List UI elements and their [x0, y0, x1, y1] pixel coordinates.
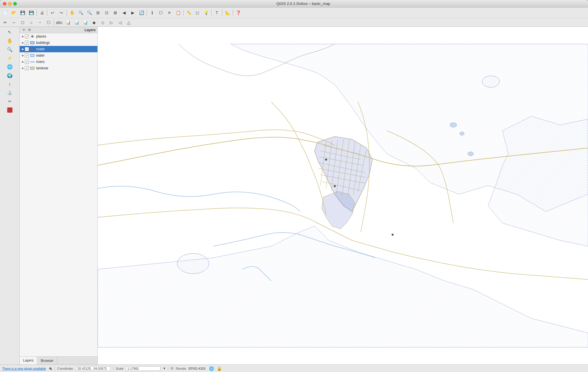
- layer-item-roads[interactable]: ▶ ✓ roads: [20, 46, 97, 52]
- tb-select-rect[interactable]: ☐: [157, 9, 165, 17]
- epsg-icon[interactable]: 🌐: [209, 366, 214, 371]
- tb-zoom-out[interactable]: 🔍: [85, 9, 93, 17]
- tb2-symbol[interactable]: ◆: [90, 18, 98, 27]
- svg-point-31: [392, 234, 393, 236]
- sep9: [54, 19, 54, 26]
- tb-zoom-prev[interactable]: ◀: [120, 9, 128, 17]
- scale-value[interactable]: 1:17882: [126, 366, 160, 371]
- tb-measure-area[interactable]: ◻: [193, 9, 201, 17]
- render-checkbox[interactable]: ☑: [171, 367, 173, 370]
- layer-checkbox-roads[interactable]: ✓: [25, 47, 29, 51]
- sep3: [66, 10, 67, 16]
- close-button[interactable]: [3, 2, 6, 5]
- tb2-sym2[interactable]: ◇: [99, 18, 107, 27]
- tb-zoom-select[interactable]: ⊡: [103, 9, 111, 17]
- tb-identify[interactable]: ℹ: [148, 9, 156, 17]
- ltb-globe[interactable]: 🌐: [5, 63, 14, 71]
- tb2-label[interactable]: abc: [55, 18, 63, 27]
- tb2-freehand[interactable]: ~: [36, 18, 44, 27]
- tb2-line[interactable]: ─: [10, 18, 18, 27]
- toolbar-row-1: 📄 📂 💾 💾 🖨 ↩ ↪ ✋ 🔍 🔍 ⊞ ⊡ ⊠ ◀ ▶ 🔄 ℹ ☐ ✕ 📋: [0, 8, 588, 18]
- layer-name-roads: roads: [36, 47, 45, 51]
- sep5: [183, 10, 184, 16]
- layer-checkbox-places[interactable]: ✓: [25, 34, 29, 38]
- tb-help[interactable]: ❓: [234, 9, 242, 17]
- layer-checkbox-water[interactable]: ✓: [25, 53, 29, 57]
- scale-dropdown-icon[interactable]: ▼: [163, 367, 166, 370]
- tb-zoom-full[interactable]: ⊞: [94, 9, 102, 17]
- layer-expand-landuse[interactable]: ▶: [21, 66, 25, 70]
- tb2-edit2[interactable]: ☐: [45, 18, 53, 27]
- sep8: [233, 10, 233, 16]
- ltb-plugins[interactable]: ⚡: [5, 54, 14, 62]
- tb-refresh[interactable]: 🔄: [137, 9, 145, 17]
- panel-settings-icon[interactable]: ⚙: [27, 28, 32, 32]
- lock-icon[interactable]: 🔒: [217, 366, 222, 371]
- ltb-edit3[interactable]: ✏: [5, 97, 14, 105]
- svg-point-6: [450, 123, 457, 127]
- tb-zoom-layer[interactable]: ⊠: [111, 9, 119, 17]
- tb2-chart[interactable]: 📊: [64, 18, 72, 27]
- tb2-sym4[interactable]: ◁: [116, 18, 124, 27]
- svg-point-5: [482, 76, 500, 88]
- layer-item-rivers[interactable]: ▶ ✓ rivers: [20, 59, 97, 65]
- tb-deselect[interactable]: ✕: [165, 9, 173, 17]
- tb-new[interactable]: 📄: [1, 9, 9, 17]
- ltb-zoom2[interactable]: 🔍: [5, 45, 14, 53]
- ltb-globe2[interactable]: 🌍: [5, 71, 14, 79]
- layer-expand-places[interactable]: ▶: [21, 34, 25, 38]
- tab-browser[interactable]: Browser: [37, 357, 57, 364]
- ltb-anchor[interactable]: ⚓: [5, 89, 14, 97]
- map-area[interactable]: [98, 27, 588, 364]
- layer-expand-buildings[interactable]: ▶: [21, 41, 25, 45]
- coordinate-value[interactable]: 20.43125, -34.02672: [76, 366, 111, 371]
- tb2-edit[interactable]: ✏: [1, 18, 9, 27]
- tb-undo[interactable]: ↩: [49, 9, 57, 17]
- tb-save[interactable]: 💾: [19, 9, 27, 17]
- tab-layers[interactable]: Layers: [20, 357, 37, 364]
- tb-zoom-in[interactable]: 🔍: [77, 9, 85, 17]
- ltb-select-arrow[interactable]: ↖: [5, 28, 14, 36]
- tb-open-attr[interactable]: 📋: [174, 9, 182, 17]
- svg-point-28: [177, 254, 209, 274]
- plugin-link[interactable]: There is a new plugin available: [2, 367, 46, 370]
- tb2-chart3[interactable]: 📊: [81, 18, 89, 27]
- sep7: [222, 10, 222, 16]
- layer-checkbox-buildings[interactable]: ✓: [25, 41, 29, 45]
- tb-composer[interactable]: 📐: [223, 9, 232, 17]
- layer-expand-water[interactable]: ▶: [21, 53, 25, 57]
- tb-redo[interactable]: ↪: [57, 9, 65, 17]
- svg-point-29: [325, 159, 327, 161]
- layer-item-water[interactable]: ▶ ✓ water: [20, 52, 97, 59]
- ltb-pan2[interactable]: ✋: [5, 37, 14, 45]
- layer-item-buildings[interactable]: ▶ ✓ buildings: [20, 40, 97, 46]
- layer-expand-roads[interactable]: ▶: [21, 47, 25, 51]
- layers-list: ▶ ✓ places ▶ ✓ buildings: [20, 33, 97, 356]
- tb-save2[interactable]: 💾: [27, 9, 35, 17]
- titlebar: QGIS 2.0.1-Dufour – basic_map: [0, 0, 588, 8]
- panel-close-icon[interactable]: ✕: [21, 28, 26, 32]
- maximize-button[interactable]: [13, 2, 17, 5]
- layer-item-places[interactable]: ▶ ✓ places: [20, 33, 97, 40]
- tb-print[interactable]: 🖨: [38, 9, 46, 17]
- minimize-button[interactable]: [8, 2, 12, 5]
- tb-tip[interactable]: 💡: [202, 9, 210, 17]
- layer-expand-rivers[interactable]: ▶: [21, 60, 25, 64]
- tb-label[interactable]: T: [213, 9, 221, 17]
- tb2-sym5[interactable]: △: [125, 18, 133, 27]
- layer-checkbox-landuse[interactable]: ✓: [25, 66, 29, 70]
- scale-label: Scale: [116, 367, 124, 370]
- tb-pan[interactable]: ✋: [68, 9, 76, 17]
- layer-checkbox-rivers[interactable]: ✓: [25, 60, 29, 64]
- tb-zoom-next[interactable]: ▶: [129, 9, 137, 17]
- tb2-polygon[interactable]: ⬡: [19, 18, 27, 27]
- tb2-circle[interactable]: ○: [27, 18, 35, 27]
- layer-item-landuse[interactable]: ▶ ✓ landuse: [20, 65, 97, 71]
- layers-panel-title: Layers: [84, 28, 96, 32]
- tb-open[interactable]: 📂: [10, 9, 18, 17]
- ltb-arrow[interactable]: ↕: [5, 80, 14, 88]
- tb2-chart2[interactable]: 📊: [73, 18, 81, 27]
- ltb-red-box[interactable]: [5, 106, 14, 114]
- tb-measure[interactable]: 📏: [185, 9, 193, 17]
- tb2-sym3[interactable]: ▷: [107, 18, 115, 27]
